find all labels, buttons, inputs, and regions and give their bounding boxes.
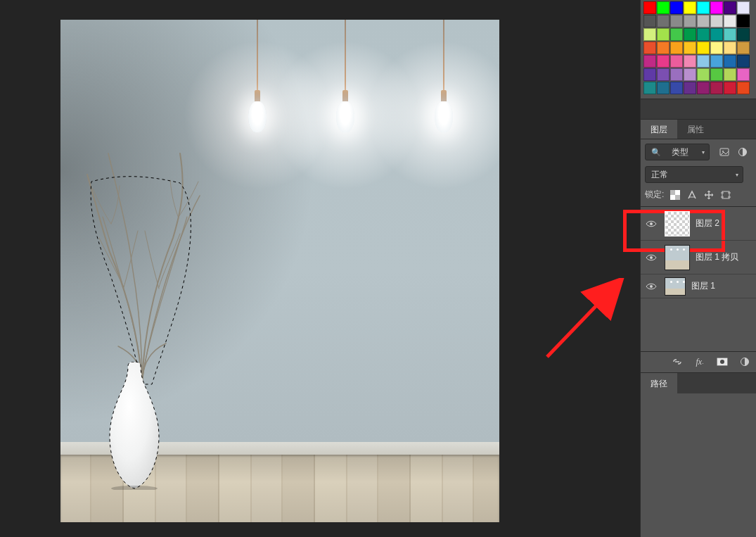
swatch[interactable]: [724, 15, 736, 27]
paths-panel-body: [641, 393, 756, 538]
tab-layers[interactable]: 图层: [641, 120, 677, 139]
link-layers-button[interactable]: [670, 355, 684, 369]
swatch[interactable]: [710, 55, 723, 68]
swatch[interactable]: [670, 28, 683, 41]
swatch[interactable]: [684, 55, 696, 68]
swatch[interactable]: [710, 15, 723, 27]
right-panel-stack: 图层 属性 🔍 类型 ▾ 正常 ▾: [640, 0, 756, 537]
swatch[interactable]: [657, 1, 669, 14]
swatch[interactable]: [697, 28, 710, 41]
lock-transparency-icon[interactable]: [669, 189, 681, 201]
swatch[interactable]: [710, 1, 723, 14]
layer-thumbnail[interactable]: [665, 245, 690, 270]
blend-mode-select[interactable]: 正常 ▾: [645, 166, 743, 183]
layer-item[interactable]: 图层 2: [641, 207, 756, 241]
swatch[interactable]: [697, 15, 710, 27]
tab-paths[interactable]: 路径: [641, 373, 677, 393]
swatch[interactable]: [643, 68, 656, 81]
filter-pixel-icon[interactable]: [718, 146, 731, 158]
tab-properties[interactable]: 属性: [677, 120, 714, 139]
chevron-down-icon: ▾: [736, 172, 738, 178]
swatch[interactable]: [670, 55, 683, 68]
swatch[interactable]: [724, 55, 736, 68]
swatch[interactable]: [710, 68, 723, 81]
swatch[interactable]: [737, 42, 750, 54]
swatch[interactable]: [724, 82, 736, 94]
swatches-panel: [641, 0, 756, 99]
swatch[interactable]: [697, 68, 710, 81]
swatch[interactable]: [724, 28, 736, 41]
svg-rect-6: [670, 190, 675, 195]
visibility-toggle[interactable]: [643, 220, 659, 228]
swatch[interactable]: [684, 1, 696, 14]
swatch[interactable]: [737, 28, 750, 41]
swatch[interactable]: [643, 28, 656, 41]
layers-bottom-bar: fx.: [641, 351, 756, 372]
swatch[interactable]: [657, 42, 669, 54]
layer-filter-kind-select[interactable]: 🔍 类型 ▾: [645, 144, 710, 160]
paths-panel-tabs: 路径: [641, 372, 756, 393]
swatch[interactable]: [737, 1, 750, 14]
swatch[interactable]: [710, 42, 723, 54]
swatch[interactable]: [657, 15, 669, 27]
swatch[interactable]: [724, 68, 736, 81]
layer-lock-row: 锁定:: [641, 186, 756, 206]
search-icon: 🔍: [651, 148, 661, 157]
document-canvas[interactable]: [60, 20, 499, 522]
layer-thumbnail[interactable]: [665, 277, 686, 296]
layer-item[interactable]: 图层 1 拷贝: [641, 241, 756, 274]
swatch[interactable]: [684, 82, 696, 94]
vase-graphic: [107, 362, 162, 490]
swatch[interactable]: [697, 82, 710, 94]
swatch[interactable]: [643, 15, 656, 27]
swatch[interactable]: [657, 28, 669, 41]
swatch[interactable]: [670, 82, 683, 94]
swatch[interactable]: [657, 82, 669, 94]
visibility-toggle[interactable]: [643, 282, 659, 291]
add-mask-button[interactable]: [715, 355, 729, 369]
swatch[interactable]: [684, 42, 696, 54]
swatch[interactable]: [684, 68, 696, 81]
swatch[interactable]: [670, 42, 683, 54]
swatch[interactable]: [724, 42, 736, 54]
swatch[interactable]: [643, 82, 656, 94]
swatch[interactable]: [737, 15, 750, 27]
swatch[interactable]: [670, 68, 683, 81]
swatch[interactable]: [684, 15, 696, 27]
layer-name-label[interactable]: 图层 2: [696, 217, 719, 229]
swatch[interactable]: [684, 28, 696, 41]
layers-panel: 图层 属性 🔍 类型 ▾ 正常 ▾: [641, 119, 756, 537]
eye-icon: [646, 220, 657, 228]
lock-artboard-icon[interactable]: [720, 189, 731, 201]
lock-image-icon[interactable]: [686, 189, 698, 201]
swatch[interactable]: [657, 55, 669, 68]
filter-adjustment-icon[interactable]: [736, 146, 749, 158]
swatch[interactable]: [737, 68, 750, 81]
visibility-toggle[interactable]: [643, 253, 659, 262]
swatch[interactable]: [643, 1, 656, 14]
blend-mode-row: 正常 ▾: [641, 163, 756, 186]
swatch[interactable]: [724, 1, 736, 14]
layer-fx-button[interactable]: fx.: [693, 355, 707, 369]
swatch[interactable]: [710, 28, 723, 41]
panel-tabs: 图层 属性: [641, 120, 756, 139]
layer-item[interactable]: 图层 1: [641, 274, 756, 298]
swatch[interactable]: [643, 42, 656, 54]
layer-name-label[interactable]: 图层 1 拷贝: [696, 251, 738, 263]
swatch[interactable]: [737, 82, 750, 94]
lock-label: 锁定:: [645, 189, 664, 201]
swatch[interactable]: [697, 42, 710, 54]
swatch[interactable]: [657, 68, 669, 81]
swatch[interactable]: [697, 1, 710, 14]
layer-thumbnail[interactable]: [665, 211, 690, 236]
swatch[interactable]: [643, 55, 656, 68]
swatch[interactable]: [697, 55, 710, 68]
swatch[interactable]: [710, 82, 723, 94]
new-adjustment-button[interactable]: [738, 355, 752, 369]
lock-position-icon[interactable]: [703, 189, 715, 201]
layer-name-label[interactable]: 图层 1: [691, 280, 715, 292]
eye-icon: [646, 282, 657, 291]
swatch[interactable]: [737, 55, 750, 68]
swatch[interactable]: [670, 1, 683, 14]
swatch[interactable]: [670, 15, 683, 27]
